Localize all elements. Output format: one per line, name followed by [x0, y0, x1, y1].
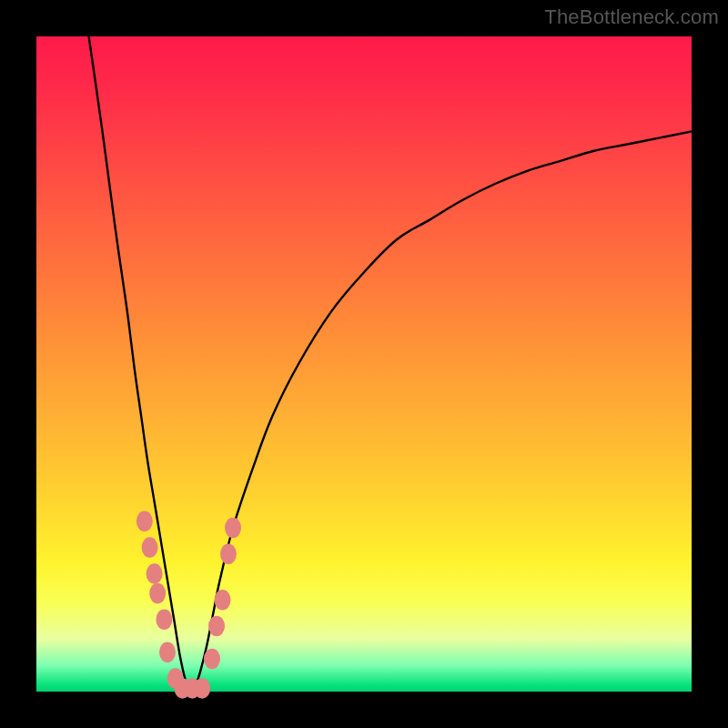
watermark-text: TheBottleneck.com	[544, 5, 719, 29]
marker-dot	[149, 583, 166, 604]
marker-dot	[220, 544, 237, 565]
marker-dot	[136, 511, 153, 532]
marker-dot	[159, 642, 176, 663]
plot-area	[36, 36, 692, 692]
marker-dot	[156, 610, 172, 631]
right-curve	[194, 131, 692, 692]
marker-dot	[204, 649, 220, 670]
marker-dot	[225, 518, 241, 539]
marker-dot	[142, 537, 158, 558]
highlighted-points	[136, 511, 241, 699]
marker-dot	[214, 590, 230, 611]
chart-frame: TheBottleneck.com	[0, 0, 728, 728]
marker-dot	[147, 563, 163, 584]
curves-svg	[36, 36, 692, 692]
marker-dot	[194, 678, 210, 699]
left-curve	[89, 36, 194, 692]
marker-dot	[208, 616, 225, 637]
